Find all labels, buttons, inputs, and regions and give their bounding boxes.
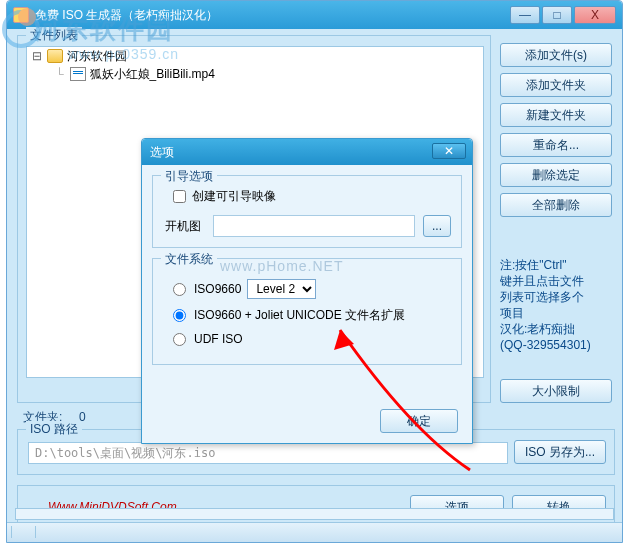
new-folder-button[interactable]: 新建文件夹 xyxy=(500,103,612,127)
window-buttons: — □ X xyxy=(510,6,616,24)
create-bootable-row[interactable]: 创建可引导映像 xyxy=(173,188,451,205)
maximize-button[interactable]: □ xyxy=(542,6,572,24)
tip-line: 汉化:老朽痴拙 xyxy=(500,321,612,337)
window-title: 免费 ISO 生成器（老朽痴拙汉化） xyxy=(35,7,510,24)
tip-line: 注:按住"Ctrl" xyxy=(500,257,612,273)
options-dialog: 选项 ✕ 引导选项 创建可引导映像 开机图 ... 文件系统 ISO9660 L… xyxy=(141,138,473,444)
ok-button[interactable]: 确定 xyxy=(380,409,458,433)
dialog-title: 选项 xyxy=(150,144,174,161)
tree-item-label: 狐妖小红娘_BiliBili.mp4 xyxy=(90,66,215,83)
tree-root-label: 河东软件园 xyxy=(67,48,127,65)
tip-line: 键并且点击文件 xyxy=(500,273,612,289)
tip-line: 列表可选择多个 xyxy=(500,289,612,305)
tree-root-row[interactable]: ⊟ 河东软件园 xyxy=(27,47,483,65)
boot-options-legend: 引导选项 xyxy=(161,168,217,185)
fs-udf-row[interactable]: UDF ISO xyxy=(173,332,451,346)
dialog-close-button[interactable]: ✕ xyxy=(432,143,466,159)
fs-joliet-radio[interactable] xyxy=(173,309,186,322)
filesystem-group: 文件系统 ISO9660 Level 2 ISO9660 + Joliet UN… xyxy=(152,258,462,365)
browse-button[interactable]: ... xyxy=(423,215,451,237)
iso-save-as-button[interactable]: ISO 另存为... xyxy=(514,440,606,464)
tip-text: 注:按住"Ctrl" 键并且点击文件 列表可选择多个 项目 汉化:老朽痴拙 (Q… xyxy=(500,257,612,353)
file-icon xyxy=(70,67,86,81)
tree-item-row[interactable]: └ 狐妖小红娘_BiliBili.mp4 xyxy=(27,65,483,83)
minimize-button[interactable]: — xyxy=(510,6,540,24)
add-files-button[interactable]: 添加文件(s) xyxy=(500,43,612,67)
create-bootable-label: 创建可引导映像 xyxy=(192,188,276,205)
dialog-titlebar[interactable]: 选项 xyxy=(142,139,472,165)
filesystem-legend: 文件系统 xyxy=(161,251,217,268)
dialog-body: 引导选项 创建可引导映像 开机图 ... 文件系统 ISO9660 Level … xyxy=(142,165,472,385)
side-buttons-2: 大小限制 xyxy=(500,379,612,409)
file-list-label: 文件列表 xyxy=(26,27,82,44)
bottom-bar: Www.MiniDVDSoft.Com 选项 转换 xyxy=(17,485,615,527)
boot-image-input[interactable] xyxy=(213,215,415,237)
fs-joliet-label: ISO9660 + Joliet UNICODE 文件名扩展 xyxy=(194,307,405,324)
iso-path-label: ISO 路径 xyxy=(26,421,82,438)
boot-image-label: 开机图 xyxy=(165,218,205,235)
close-button[interactable]: X xyxy=(574,6,616,24)
boot-options-group: 引导选项 创建可引导映像 开机图 ... xyxy=(152,175,462,248)
fs-udf-label: UDF ISO xyxy=(194,332,243,346)
delete-selected-button[interactable]: 删除选定 xyxy=(500,163,612,187)
create-bootable-checkbox[interactable] xyxy=(173,190,186,203)
add-folder-button[interactable]: 添加文件夹 xyxy=(500,73,612,97)
app-icon xyxy=(13,7,29,23)
rename-button[interactable]: 重命名... xyxy=(500,133,612,157)
tree-connector-icon: └ xyxy=(55,67,64,81)
tip-line: 项目 xyxy=(500,305,612,321)
tip-line: (QQ-329554301) xyxy=(500,337,612,353)
tree-collapse-icon[interactable]: ⊟ xyxy=(31,49,43,63)
side-buttons: 添加文件(s) 添加文件夹 新建文件夹 重命名... 删除选定 全部删除 xyxy=(500,43,612,223)
progress-bar xyxy=(15,508,614,520)
fs-iso9660-label: ISO9660 xyxy=(194,282,241,296)
delete-all-button[interactable]: 全部删除 xyxy=(500,193,612,217)
fs-udf-radio[interactable] xyxy=(173,333,186,346)
iso9660-level-select[interactable]: Level 2 xyxy=(247,279,316,299)
titlebar[interactable]: 免费 ISO 生成器（老朽痴拙汉化） — □ X xyxy=(7,1,622,29)
size-limit-button[interactable]: 大小限制 xyxy=(500,379,612,403)
status-bar xyxy=(7,522,622,542)
fs-iso9660-row[interactable]: ISO9660 Level 2 xyxy=(173,279,451,299)
iso-path-input[interactable] xyxy=(28,442,508,464)
boot-image-row: 开机图 ... xyxy=(165,215,451,237)
fs-joliet-row[interactable]: ISO9660 + Joliet UNICODE 文件名扩展 xyxy=(173,307,451,324)
folder-icon xyxy=(47,49,63,63)
fs-iso9660-radio[interactable] xyxy=(173,283,186,296)
